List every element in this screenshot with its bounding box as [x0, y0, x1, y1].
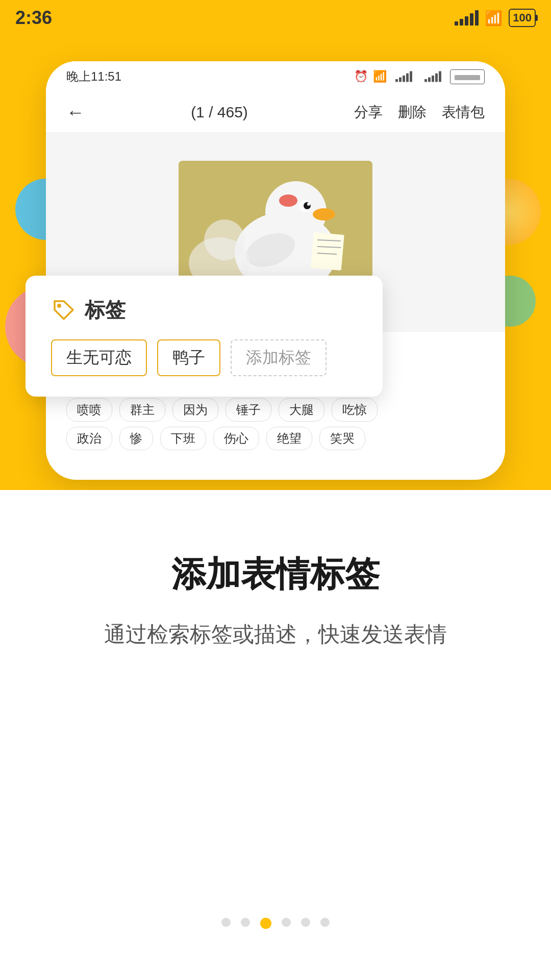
svg-rect-9 — [311, 232, 344, 271]
opt-tag-12[interactable]: 笑哭 — [319, 427, 365, 450]
svg-point-14 — [204, 219, 245, 260]
phone-battery-icon — [450, 69, 485, 84]
tag-popup-title: 标签 — [85, 296, 126, 324]
svg-point-7 — [279, 194, 297, 207]
phone-navbar[interactable]: ← (1 / 465) 分享 删除 表情包 — [46, 92, 505, 133]
status-bar: 2:36 📶 100 — [0, 0, 551, 36]
tag-popup-list[interactable]: 生无可恋 鸭子 添加标签 — [51, 339, 357, 376]
opt-tag-5[interactable]: 大腿 — [279, 398, 324, 422]
opt-tag-11[interactable]: 绝望 — [266, 427, 312, 450]
optional-tags-row2[interactable]: 政治 惨 下班 伤心 绝望 笑哭 — [66, 427, 485, 450]
svg-point-5 — [307, 203, 310, 206]
popup-tag-add[interactable]: 添加标签 — [231, 339, 327, 376]
status-icons: 📶 100 — [455, 9, 536, 27]
phone-signal2-icon — [424, 71, 441, 82]
back-button[interactable]: ← — [66, 102, 85, 123]
tag-icon-large — [51, 298, 77, 323]
opt-tag-10[interactable]: 伤心 — [213, 427, 259, 450]
tag-popup-header: 标签 — [51, 296, 357, 324]
phone-wifi-icon: 📶 — [373, 70, 387, 83]
dot-3-active[interactable] — [260, 918, 271, 929]
phone-time: 晚上11:51 — [66, 68, 121, 85]
opt-tag-1[interactable]: 喷喷 — [66, 398, 112, 422]
sub-title: 通过检索标签或描述，快速发送表情 — [104, 618, 447, 650]
dot-6[interactable] — [320, 918, 330, 927]
tag-popup-card: 标签 生无可恋 鸭子 添加标签 — [26, 276, 383, 397]
alarm-icon: ⏰ — [354, 70, 368, 83]
phone-signal-icon — [395, 71, 412, 82]
phone-status-icons: ⏰ 📶 — [354, 69, 485, 84]
svg-point-6 — [313, 208, 335, 220]
popup-tag-2[interactable]: 鸭子 — [157, 339, 220, 376]
pagination[interactable] — [0, 918, 551, 929]
nav-actions: 分享 删除 表情包 — [354, 103, 485, 122]
optional-tags-row1[interactable]: 喷喷 群主 因为 锤子 大腿 吃惊 — [66, 398, 485, 422]
status-time: 2:36 — [15, 7, 52, 29]
wifi-icon: 📶 — [485, 10, 503, 27]
opt-tag-7[interactable]: 政治 — [66, 427, 112, 450]
phone-status-bar: 晚上11:51 ⏰ 📶 — [46, 61, 505, 92]
opt-tag-3[interactable]: 因为 — [172, 398, 218, 422]
opt-tag-6[interactable]: 吃惊 — [332, 398, 378, 422]
opt-tag-9[interactable]: 下班 — [160, 427, 206, 450]
sticker-button[interactable]: 表情包 — [442, 103, 485, 122]
tag-icon-svg — [52, 299, 76, 322]
white-section: 添加表情标签 通过检索标签或描述，快速发送表情 — [0, 490, 551, 980]
share-button[interactable]: 分享 — [354, 103, 383, 122]
dot-1[interactable] — [221, 918, 231, 927]
dot-5[interactable] — [301, 918, 310, 927]
battery-icon: 100 — [509, 9, 536, 27]
delete-button[interactable]: 删除 — [398, 103, 427, 122]
signal-icon — [455, 10, 479, 26]
dot-4[interactable] — [282, 918, 291, 927]
dot-2[interactable] — [241, 918, 250, 927]
nav-title: (1 / 465) — [95, 104, 344, 121]
main-title: 添加表情标签 — [171, 551, 380, 598]
opt-tag-2[interactable]: 群主 — [119, 398, 165, 422]
opt-tag-4[interactable]: 锤子 — [226, 398, 271, 422]
svg-point-16 — [57, 304, 61, 308]
phone-mockup: 晚上11:51 ⏰ 📶 ← (1 / — [46, 61, 505, 480]
opt-tag-8[interactable]: 惨 — [119, 427, 153, 450]
popup-tag-1[interactable]: 生无可恋 — [51, 339, 147, 376]
